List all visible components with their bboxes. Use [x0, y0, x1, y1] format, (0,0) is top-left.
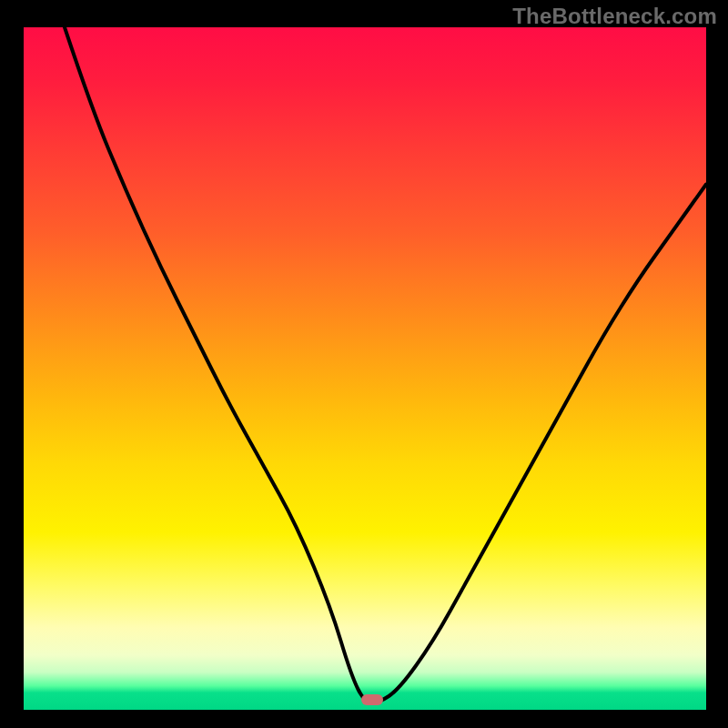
watermark-text: TheBottleneck.com	[512, 4, 717, 29]
chart-plot-area	[24, 27, 706, 710]
chart-canvas: TheBottleneck.com	[0, 0, 728, 728]
optimum-marker	[361, 694, 383, 705]
